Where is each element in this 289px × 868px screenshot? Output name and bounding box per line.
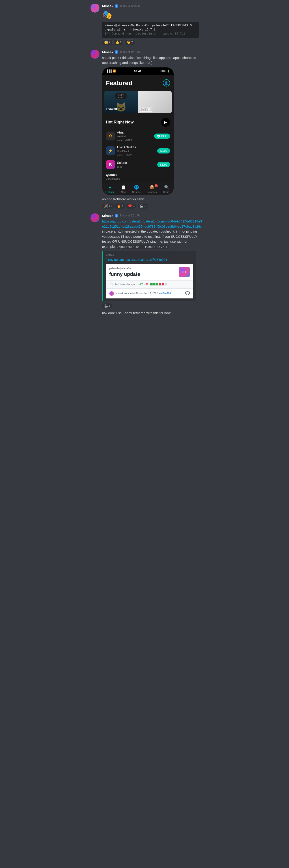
- tab-new-icon: 📋: [121, 185, 126, 190]
- tab-search[interactable]: 🔍 Search: [163, 185, 170, 194]
- tab-featured-label: Featured: [105, 191, 115, 194]
- featured-card-exiwall[interactable]: 11:24 WED 10 🐱 Exiwall: [104, 91, 138, 113]
- phone-app-content: Featured 👤 11:24 WED 10: [102, 75, 173, 195]
- tab-new[interactable]: 📋 New: [121, 185, 126, 194]
- reaction-3-1[interactable]: 🦾 1: [102, 303, 113, 309]
- committer-avatar: [109, 291, 114, 296]
- emoji-display: 🎭: [102, 9, 199, 21]
- exiwall-label: Exiwall: [106, 107, 117, 112]
- github-card-stats: 📄 145 lines changed +77 -68: [106, 280, 193, 288]
- profile-icon-symbol: 👤: [164, 81, 168, 85]
- commit-hash[interactable]: d84e904: [161, 292, 171, 294]
- phone-signal: ▐▐▐ 📶: [106, 69, 116, 73]
- queue-button-atria[interactable]: QUEUE: [154, 133, 170, 139]
- price-button-selene[interactable]: $2.99: [157, 162, 170, 167]
- queued-label: Queued: [106, 173, 170, 177]
- avatar-mineek-1: [91, 4, 99, 12]
- timestamp-1: Today at 3:42 AM: [120, 4, 140, 8]
- inner-time: 11:24: [116, 93, 126, 96]
- tweak-version-atria: 1.3.2 · Chariz: [117, 138, 152, 142]
- featured-grid: 11:24 WED 10 🐱 Exiwall: [104, 91, 172, 113]
- reaction-1-2[interactable]: 👍 2: [114, 39, 124, 45]
- github-footer-left: mineek committed November 13, 2022 ➔ d84…: [109, 291, 171, 296]
- message-text-2: sneak peak ( this also fixes things like…: [102, 55, 199, 65]
- reaction-1-3[interactable]: 👋 2: [125, 39, 135, 45]
- tab-featured[interactable]: ★ Featured: [105, 185, 115, 194]
- inner-screen: 11:24 WED 10: [116, 93, 127, 99]
- phone-profile-icon[interactable]: 👤: [163, 79, 170, 87]
- phone-time: 09:41: [134, 69, 141, 73]
- tab-search-icon: 🔍: [164, 185, 169, 190]
- reaction-count: 2: [120, 40, 122, 44]
- badge-1: 💧: [115, 4, 118, 8]
- tab-featured-icon: ★: [108, 185, 112, 190]
- after-phone-text: oh and trollstore works aswell: [102, 197, 199, 202]
- battery-icon: 🔋: [167, 69, 170, 73]
- battery-percent: 100%: [160, 69, 166, 73]
- tab-packages-label: Packages: [147, 191, 157, 194]
- reaction-2-3[interactable]: ❤️ 3: [126, 203, 136, 209]
- hot-right-now-title: Hot Right Now: [106, 119, 134, 125]
- message-header-2: Mineek 💧 Today at 4:41 AM: [102, 50, 199, 55]
- github-octocat-svg: [185, 290, 190, 295]
- queued-packages: 2 Packages: [106, 177, 170, 181]
- lines-changed: 145 lines changed: [115, 282, 136, 286]
- github-embed-link[interactable]: funny update · palera1n/palera1n@d84e904: [106, 258, 167, 261]
- footer-text-3: btw don't use --semi-tethered with this …: [102, 311, 199, 316]
- username-2: Mineek: [102, 50, 114, 55]
- inner-date: WED 10: [116, 96, 126, 99]
- timestamp-3: Today at 9:01 AM: [120, 214, 140, 218]
- reaction-count: 5: [122, 204, 123, 208]
- github-repo: palera1n/palera1n: [109, 267, 140, 271]
- diff-remove: -68: [144, 282, 148, 286]
- reaction-emoji: 👋: [127, 40, 130, 44]
- badge-2: 💧: [115, 50, 118, 54]
- code-line-2: [*] Command ran: ./palera1n.sh --tweaks …: [105, 32, 196, 36]
- message-group-3: Mineek 💧 Today at 9:01 AM https://github…: [87, 210, 202, 318]
- hot-right-now-section: Hot Right Now ▶: [102, 116, 173, 129]
- tweak-info-atria: Atria ren7995 1.3.2 · Chariz: [117, 130, 152, 142]
- diff-dots: [150, 283, 167, 285]
- commit-date-text: committed November 13, 2022: [124, 292, 158, 294]
- reaction-count: 9: [109, 40, 110, 44]
- play-button[interactable]: ▶: [161, 118, 170, 127]
- github-embed-title[interactable]: funny update · palera1n/palera1n@d84e904: [103, 258, 196, 264]
- reaction-count: 2: [131, 40, 133, 44]
- tweak-list: ⚙ Atria ren7995 1.3.2 · Chariz QUEUE ⚡ L…: [102, 129, 173, 171]
- featured-title: Featured: [106, 79, 132, 87]
- reaction-emoji: ❤️: [128, 204, 132, 208]
- tab-sources-icon: 🌐: [134, 185, 139, 190]
- queued-section: Queued 2 Packages: [102, 171, 173, 183]
- message-text-3: https://github.com/palera1n/palera1n/com…: [102, 219, 199, 249]
- tweak-item-atria: ⚙ Atria ren7995 1.3.2 · Chariz QUEUE: [104, 129, 172, 144]
- dot-green-3: [156, 283, 158, 285]
- dot-red-1: [159, 283, 161, 285]
- reaction-count: 1: [109, 304, 110, 308]
- code-line-1: mineek@mineeks-MacBook-Pro palera1nRELEA…: [105, 24, 196, 32]
- phone-app-header: Featured 👤: [102, 75, 173, 91]
- github-commit-title: funny update: [109, 271, 140, 278]
- reaction-2-4[interactable]: 🦾 1: [137, 203, 148, 209]
- message-content-2: Mineek 💧 Today at 4:41 AM sneak peak ( t…: [102, 50, 199, 209]
- reactions-3: 🦾 1: [102, 303, 199, 309]
- github-card-info: palera1n/palera1n funny update: [109, 267, 140, 278]
- phone-mockup: ▐▐▐ 📶 09:41 100% 🔋 Featured 👤: [102, 67, 174, 195]
- reaction-1-1[interactable]: 😱 9: [102, 39, 113, 45]
- code-icon: [182, 269, 187, 275]
- featured-card-dodo[interactable]: Dodo: [138, 91, 172, 113]
- message-content-1: Mineek 💧 Today at 3:42 AM 🎭 mineek@minee…: [102, 4, 199, 45]
- tweak-author-atria: ren7995: [117, 135, 152, 138]
- github-logo: [179, 267, 190, 277]
- message-header-1: Mineek 💧 Today at 3:42 AM: [102, 4, 199, 8]
- price-button-live[interactable]: $2.99: [157, 148, 170, 153]
- tab-packages[interactable]: 📦 5 Packages: [147, 185, 157, 194]
- commit-link[interactable]: https://github.com/palera1n/palera1n/com…: [102, 219, 202, 228]
- phone-status-bar: ▐▐▐ 📶 09:41 100% 🔋: [102, 67, 173, 75]
- inline-code: ./palera1n.sh --tweaks 15.7.1: [116, 245, 168, 249]
- tweak-version-live: 1.0.1 · Havoc: [117, 153, 155, 156]
- reaction-2-1[interactable]: 🎉 11: [102, 203, 114, 209]
- tab-sources[interactable]: 🌐 Sources: [132, 185, 140, 194]
- dot-green-1: [150, 283, 153, 285]
- dot-green-2: [153, 283, 156, 285]
- reaction-2-2[interactable]: 🔥 5: [115, 203, 125, 209]
